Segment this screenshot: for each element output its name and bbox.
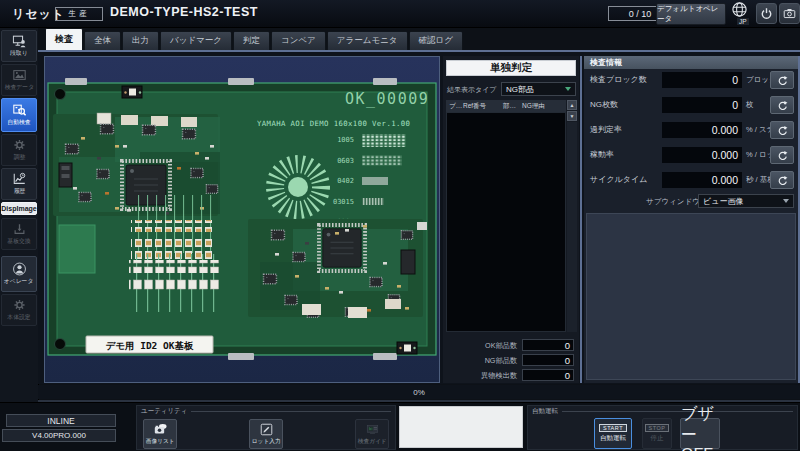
image-list-button[interactable]: 画像リスト <box>143 419 177 449</box>
sidebar-item-label: オペレータ <box>4 277 34 285</box>
auto-run-start-button[interactable]: START 自動運転 <box>594 418 632 449</box>
result-type-select[interactable]: NG部品 <box>501 82 576 96</box>
progress-label: 0% <box>413 388 425 397</box>
refresh-button[interactable] <box>770 121 794 139</box>
gear-icon <box>12 298 27 312</box>
sidebar-item-dispimage[interactable]: DispImage <box>1 202 37 215</box>
start-badge: START <box>599 424 627 432</box>
sidebar-item-label: 調整 <box>13 153 25 161</box>
board-hole <box>55 89 66 100</box>
buzzer-off-label: ブザーOFF <box>681 404 719 451</box>
program-title: DEMO-TYPE-HS2-TEST <box>110 5 258 19</box>
single-judgement-title: 単独判定 <box>446 60 576 76</box>
sidebar-item-inspection-data[interactable]: 検査データ <box>1 64 37 96</box>
board-image-panel[interactable]: OK_00009 YAMAHA AOI DEMO 160x100 Ver.1.0… <box>44 56 440 383</box>
scrollbar-track[interactable] <box>567 122 577 332</box>
tab-judgement[interactable]: 判定 <box>233 31 270 50</box>
buzzer-off-button[interactable]: ブザーOFF <box>680 418 720 449</box>
size-label-0603: 0603 <box>337 157 354 165</box>
sidebar-item-adjustment[interactable]: 調整 <box>1 134 37 166</box>
ng-parts-label: NG部品数 <box>443 356 517 366</box>
right-circuit-cluster <box>248 219 427 318</box>
message-area <box>399 406 523 448</box>
operator-button[interactable]: デフォルトオペレータ <box>656 3 726 25</box>
scroll-down-button[interactable]: ▼ <box>567 111 577 121</box>
ok-parts-row: OK部品数 0 <box>443 339 579 352</box>
single-judgement-panel: 単独判定 結果表示タイプ NG部品 ブ… Ref番号 部… NG理由 ▲ ▼ O… <box>443 56 579 383</box>
refresh-button[interactable] <box>770 146 794 164</box>
left-sidebar: 段取り 検査データ 自動検査 調整 履歴 DispImage 基板交換 オペレー… <box>0 28 39 451</box>
sidebar-item-auto-inspection[interactable]: 自動検査 <box>1 98 37 132</box>
column-ng-reason: NG理由 <box>522 102 545 111</box>
auto-run-panel-header: 自動運転 <box>528 406 797 416</box>
ok-parts-value: 0 <box>522 339 574 351</box>
result-type-label: 結果表示タイプ <box>447 85 497 95</box>
power-button[interactable] <box>756 3 777 24</box>
ng-list-column-header: ブ… Ref番号 部… NG理由 <box>446 100 566 112</box>
sidebar-item-label: 履歴 <box>13 187 25 195</box>
info-row-overjudge-rate: 過判定率 0.000 % / ステップ <box>584 121 798 139</box>
sidebar-item-label: 検査データ <box>4 83 34 91</box>
info-label: サイクルタイム <box>590 171 647 189</box>
info-row-ng-count: NG枚数 0 枚 <box>584 96 798 114</box>
stop-label: 停止 <box>651 434 664 443</box>
scroll-up-button[interactable]: ▲ <box>567 100 577 110</box>
utility-panel-header: ユーティリティ <box>137 406 395 416</box>
screen-capture-button[interactable] <box>779 3 800 24</box>
subwindow-value: ビュー画像 <box>703 196 743 207</box>
info-value: 0 <box>662 97 742 113</box>
info-value: 0.000 <box>662 147 742 163</box>
fiducial-component <box>122 86 142 98</box>
refresh-button[interactable] <box>770 96 794 114</box>
size-label-0402: 0402 <box>337 177 354 185</box>
ng-parts-row: NG部品数 0 <box>443 354 579 367</box>
board-serial-text: OK_00009 <box>345 90 429 108</box>
info-label: 稼動率 <box>590 146 614 164</box>
foreign-object-label: 異物検出数 <box>443 371 517 381</box>
sidebar-item-label: 本体設定 <box>7 313 30 321</box>
tab-alarm-monitor[interactable]: アラームモニタ <box>327 31 408 50</box>
utility-title: ユーティリティ <box>141 407 187 416</box>
inspect-guide-label: 検査ガイド <box>358 437 387 446</box>
column-block: ブ… <box>449 102 462 111</box>
ng-parts-list[interactable] <box>446 112 566 332</box>
sidebar-item-label: 段取り <box>10 49 28 57</box>
progress-bar: 0% <box>38 385 800 399</box>
refresh-button[interactable] <box>770 71 794 89</box>
production-mode-badge: 生産 <box>55 7 103 21</box>
auto-run-label: 自動運転 <box>600 434 626 443</box>
inspect-guide-button[interactable]: 検査ガイド <box>355 419 389 449</box>
camera-icon <box>153 423 168 436</box>
tab-badmark[interactable]: バッドマーク <box>160 31 232 50</box>
sidebar-item-operator[interactable]: オペレータ <box>1 256 37 292</box>
lot-input-button[interactable]: ロット入力 <box>249 419 283 449</box>
board-id-label: デモ用 ID2 OK基板 <box>86 336 213 353</box>
view-image-subwindow[interactable] <box>586 213 796 380</box>
info-label: 検査ブロック数 <box>590 71 647 89</box>
column-part: 部… <box>503 102 516 111</box>
subwindow-select[interactable]: ビュー画像 <box>698 194 794 208</box>
auto-run-title: 自動運転 <box>532 407 558 416</box>
sidebar-item-board-exchange[interactable]: 基板交換 <box>1 218 37 250</box>
language-globe-icon[interactable] <box>731 1 752 19</box>
version-label: V4.00PRO.000 <box>2 429 116 442</box>
tab-confirm-log[interactable]: 確認ログ <box>409 31 463 50</box>
stop-button[interactable]: STOP 停止 <box>642 418 672 449</box>
refresh-button[interactable] <box>770 171 794 189</box>
tab-output[interactable]: 出力 <box>122 31 159 50</box>
sidebar-item-machine-settings[interactable]: 本体設定 <box>1 294 37 326</box>
ok-parts-label: OK部品数 <box>443 341 517 351</box>
image-list-label: 画像リスト <box>146 437 175 446</box>
qfp-chip <box>319 225 365 271</box>
tab-overall[interactable]: 全体 <box>84 31 121 50</box>
lot-input-label: ロット入力 <box>252 437 281 446</box>
sidebar-item-history[interactable]: 履歴 <box>1 168 37 200</box>
tab-inspection[interactable]: 検査 <box>45 28 83 50</box>
sidebar-item-setup[interactable]: 段取り <box>1 30 37 62</box>
inline-status: INLINE <box>6 414 116 427</box>
auto-run-panel: 自動運転 START 自動運転 STOP 停止 ブザーOFF <box>527 405 798 450</box>
utility-panel: ユーティリティ 画像リスト ロット入力 検査ガイド <box>136 405 396 450</box>
info-label: 過判定率 <box>590 121 622 139</box>
info-row-operation-rate: 稼動率 0.000 % / ロット <box>584 146 798 164</box>
tab-conveyor[interactable]: コンベア <box>271 31 326 50</box>
